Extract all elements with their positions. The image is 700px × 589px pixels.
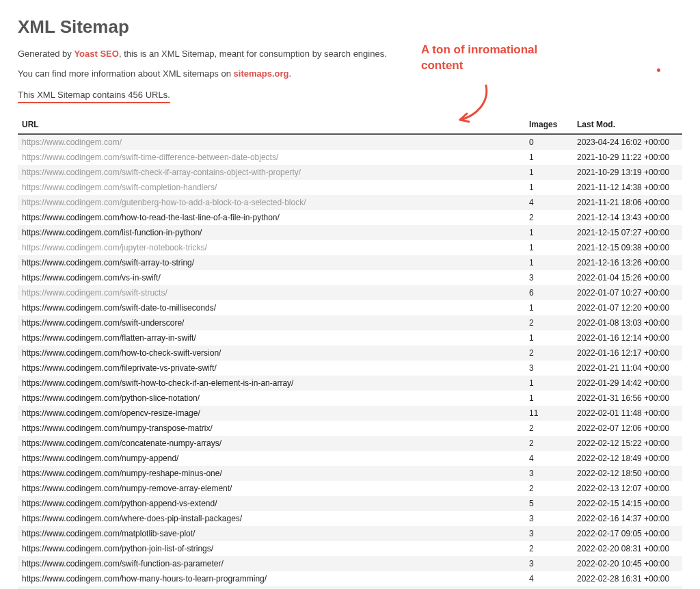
cell-images: 5 bbox=[525, 496, 573, 511]
table-row: https://www.codingem.com/list-function-i… bbox=[18, 225, 682, 240]
table-row: https://www.codingem.com/how-many-hours-… bbox=[18, 571, 682, 586]
url-link[interactable]: https://www.codingem.com/python-slice-no… bbox=[22, 393, 200, 403]
cell-lastmod: 2022-01-21 11:04 +00:00 bbox=[573, 361, 682, 376]
cell-lastmod: 2022-02-15 14:15 +00:00 bbox=[573, 496, 682, 511]
url-link[interactable]: https://www.codingem.com/swift-array-to-… bbox=[22, 258, 194, 267]
url-link[interactable]: https://www.codingem.com/matplotlib-save… bbox=[22, 529, 195, 538]
cell-lastmod: 2021-12-14 13:43 +00:00 bbox=[573, 210, 682, 225]
table-row: https://www.codingem.com/matplotlib-save… bbox=[18, 526, 682, 541]
table-row: https://www.codingem.com/how-to-check-sw… bbox=[18, 345, 682, 361]
url-link[interactable]: https://www.codingem.com/ bbox=[22, 138, 122, 147]
table-row: https://www.codingem.com/vs-in-swift/320… bbox=[18, 270, 682, 285]
url-link[interactable]: https://www.codingem.com/how-to-check-sw… bbox=[22, 348, 221, 358]
cell-images: 0 bbox=[525, 134, 573, 150]
cell-images: 4 bbox=[525, 451, 573, 466]
cell-lastmod: 2021-11-21 18:06 +00:00 bbox=[573, 195, 682, 210]
url-link[interactable]: https://www.codingem.com/numpy-transpose… bbox=[22, 423, 213, 433]
url-link[interactable]: https://www.codingem.com/concatenate-num… bbox=[22, 439, 221, 448]
table-row: https://www.codingem.com/swift-array-to-… bbox=[18, 255, 682, 270]
cell-lastmod: 2022-02-13 12:07 +00:00 bbox=[573, 481, 682, 496]
cell-images: 3 bbox=[525, 270, 573, 285]
url-link[interactable]: https://www.codingem.com/swift-how-to-ch… bbox=[22, 378, 293, 388]
cell-lastmod: 2022-02-01 11:48 +00:00 bbox=[573, 406, 682, 421]
url-link[interactable]: https://www.codingem.com/swift-structs/ bbox=[22, 288, 167, 298]
cell-images: 3 bbox=[525, 361, 573, 376]
url-link[interactable]: https://www.codingem.com/how-many-hours-… bbox=[22, 574, 267, 584]
annotation-line1: A ton of inromational bbox=[421, 42, 599, 58]
cell-lastmod: 2022-02-16 14:37 +00:00 bbox=[573, 511, 682, 526]
url-link[interactable]: https://www.codingem.com/how-to-read-the… bbox=[22, 213, 280, 222]
table-row: https://www.codingem.com/02023-04-24 16:… bbox=[18, 134, 682, 150]
url-link[interactable]: https://www.codingem.com/numpy-remove-ar… bbox=[22, 484, 232, 493]
cell-lastmod: 2022-01-08 13:03 +00:00 bbox=[573, 315, 682, 330]
cell-url: https://www.codingem.com/matplotlib-save… bbox=[18, 526, 525, 541]
table-row: https://www.codingem.com/python-slice-no… bbox=[18, 391, 682, 406]
cell-lastmod: 2022-02-12 18:50 +00:00 bbox=[573, 466, 682, 481]
cell-url: https://www.codingem.com/swift-array-to-… bbox=[18, 255, 525, 270]
url-link[interactable]: https://www.codingem.com/numpy-reshape-m… bbox=[22, 469, 222, 478]
yoast-link[interactable]: Yoast SEO bbox=[74, 49, 119, 59]
cell-url: https://www.codingem.com/swift-completio… bbox=[18, 180, 525, 195]
table-row: https://www.codingem.com/jupyter-noteboo… bbox=[18, 240, 682, 255]
annotation-dot bbox=[657, 68, 660, 72]
cell-url: https://www.codingem.com/swift-underscor… bbox=[18, 315, 525, 330]
cell-images: 1 bbox=[525, 391, 573, 406]
table-row: https://www.codingem.com/swift-underscor… bbox=[18, 315, 682, 330]
url-link[interactable]: https://www.codingem.com/list-function-i… bbox=[22, 228, 202, 237]
table-row: https://www.codingem.com/python-tips-and… bbox=[18, 586, 682, 589]
cell-images: 1 bbox=[525, 240, 573, 255]
cell-lastmod: 2022-01-31 16:56 +00:00 bbox=[573, 391, 682, 406]
cell-images: 2 bbox=[525, 541, 573, 556]
url-link[interactable]: https://www.codingem.com/python-join-lis… bbox=[22, 544, 213, 553]
url-link[interactable]: https://www.codingem.com/where-does-pip-… bbox=[22, 514, 242, 523]
url-link[interactable]: https://www.codingem.com/opencv-resize-i… bbox=[22, 408, 200, 418]
cell-url: https://www.codingem.com/python-append-v… bbox=[18, 496, 525, 511]
table-row: https://www.codingem.com/swift-structs/6… bbox=[18, 285, 682, 300]
url-link[interactable]: https://www.codingem.com/numpy-append/ bbox=[22, 454, 178, 463]
table-row: https://www.codingem.com/where-does-pip-… bbox=[18, 511, 682, 526]
url-link[interactable]: https://www.codingem.com/swift-function-… bbox=[22, 559, 224, 568]
intro-prefix: Generated by bbox=[18, 49, 74, 59]
url-link[interactable]: https://www.codingem.com/vs-in-swift/ bbox=[22, 273, 161, 283]
cell-url: https://www.codingem.com/numpy-append/ bbox=[18, 451, 525, 466]
table-row: https://www.codingem.com/swift-how-to-ch… bbox=[18, 376, 682, 391]
cell-images: 2 bbox=[525, 315, 573, 330]
table-row: https://www.codingem.com/swift-time-diff… bbox=[18, 150, 682, 165]
table-row: https://www.codingem.com/swift-completio… bbox=[18, 180, 682, 195]
cell-url: https://www.codingem.com/opencv-resize-i… bbox=[18, 406, 525, 421]
intro-suffix: , this is an XML Sitemap, meant for cons… bbox=[119, 49, 387, 59]
url-link[interactable]: https://www.codingem.com/flatten-array-i… bbox=[22, 333, 196, 343]
cell-lastmod: 2022-01-07 10:27 +00:00 bbox=[573, 285, 682, 300]
url-link[interactable]: https://www.codingem.com/fileprivate-vs-… bbox=[22, 363, 217, 373]
cell-url: https://www.codingem.com/swift-structs/ bbox=[18, 285, 525, 300]
table-row: https://www.codingem.com/swift-check-if-… bbox=[18, 165, 682, 180]
cell-images: 3 bbox=[525, 511, 573, 526]
url-link[interactable]: https://www.codingem.com/jupyter-noteboo… bbox=[22, 243, 207, 252]
cell-lastmod: 2022-02-17 09:05 +00:00 bbox=[573, 526, 682, 541]
table-row: https://www.codingem.com/numpy-append/42… bbox=[18, 451, 682, 466]
cell-images: 6 bbox=[525, 285, 573, 300]
cell-url: https://www.codingem.com/jupyter-noteboo… bbox=[18, 240, 525, 255]
cell-lastmod: 2022-02-07 12:06 +00:00 bbox=[573, 421, 682, 436]
cell-url: https://www.codingem.com/swift-date-to-m… bbox=[18, 300, 525, 315]
url-link[interactable]: https://www.codingem.com/swift-time-diff… bbox=[22, 153, 278, 162]
cell-lastmod: 2022-02-12 18:49 +00:00 bbox=[573, 451, 682, 466]
url-link[interactable]: https://www.codingem.com/gutenberg-how-t… bbox=[22, 198, 306, 207]
cell-images: 11 bbox=[525, 406, 573, 421]
annotation-line2: content bbox=[421, 58, 599, 74]
url-link[interactable]: https://www.codingem.com/swift-date-to-m… bbox=[22, 303, 216, 313]
sitemaps-link[interactable]: sitemaps.org bbox=[234, 68, 289, 79]
table-row: https://www.codingem.com/opencv-resize-i… bbox=[18, 406, 682, 421]
cell-lastmod: 2022-01-29 14:42 +00:00 bbox=[573, 376, 682, 391]
cell-lastmod: 2022-01-16 12:14 +00:00 bbox=[573, 330, 682, 345]
url-link[interactable]: https://www.codingem.com/swift-underscor… bbox=[22, 318, 184, 328]
cell-images: 4 bbox=[525, 195, 573, 210]
table-row: https://www.codingem.com/gutenberg-how-t… bbox=[18, 195, 682, 210]
cell-url: https://www.codingem.com/ bbox=[18, 134, 525, 150]
cell-url: https://www.codingem.com/swift-function-… bbox=[18, 556, 525, 571]
table-row: https://www.codingem.com/how-to-read-the… bbox=[18, 210, 682, 225]
cell-lastmod: 2021-10-29 11:22 +00:00 bbox=[573, 150, 682, 165]
url-link[interactable]: https://www.codingem.com/swift-check-if-… bbox=[22, 168, 301, 177]
url-link[interactable]: https://www.codingem.com/swift-completio… bbox=[22, 183, 217, 192]
url-link[interactable]: https://www.codingem.com/python-append-v… bbox=[22, 499, 217, 508]
